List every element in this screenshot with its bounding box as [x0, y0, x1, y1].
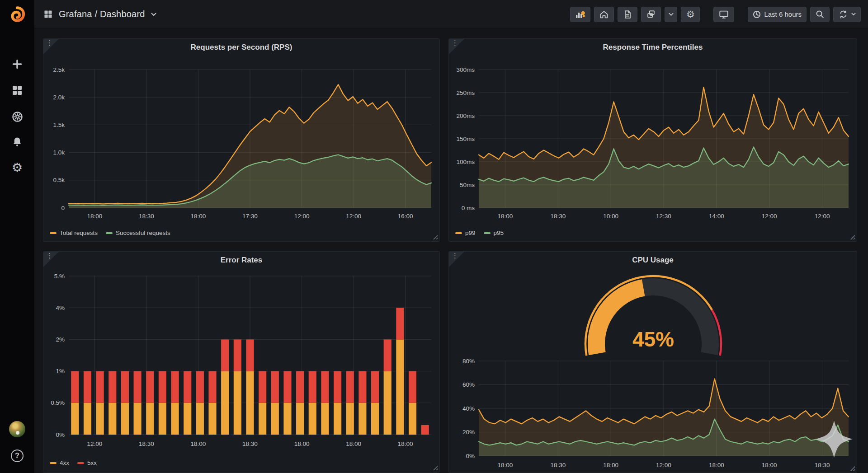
svg-text:0 ms: 0 ms [462, 205, 475, 211]
panel-resize-handle[interactable] [433, 234, 438, 239]
analytics-button[interactable] [570, 7, 590, 22]
svg-text:16:00: 16:00 [398, 213, 413, 220]
svg-text:18:00: 18:00 [603, 462, 618, 468]
help-icon: ? [11, 450, 24, 462]
panel-title[interactable]: Response Time Percentiles [449, 43, 857, 52]
panel-title[interactable]: Error Rates [43, 256, 439, 265]
svg-text:12:00: 12:00 [294, 213, 310, 220]
panel-menu-icon[interactable]: ⋮ [452, 39, 458, 47]
home-button[interactable] [594, 7, 614, 22]
svg-text:18:00: 18:00 [498, 213, 513, 220]
time-range-label: Last 6 hours [764, 10, 802, 18]
panel-options-caret-button[interactable] [665, 7, 677, 22]
gear-icon: ⚙ [12, 162, 23, 174]
svg-text:18:30: 18:30 [242, 440, 258, 447]
svg-text:17:30: 17:30 [242, 213, 258, 220]
svg-text:18:30: 18:30 [139, 213, 154, 220]
svg-text:1.5k: 1.5k [53, 122, 65, 128]
user-profile-button[interactable] [0, 420, 34, 438]
svg-text:18:00: 18:00 [87, 213, 102, 220]
legend: p99 p95 [455, 229, 504, 236]
refresh-button[interactable] [833, 7, 861, 22]
svg-text:18:30: 18:30 [815, 462, 830, 468]
svg-text:0%: 0% [56, 431, 65, 438]
legend-item[interactable]: 5xx [77, 459, 97, 466]
gauge-value: 45% [632, 328, 674, 351]
cpu-usage-chart[interactable]: 80%60%40%20%0%18:0018:3018:0012:0018:001… [453, 356, 853, 473]
breadcrumb-caret-icon[interactable] [151, 13, 156, 16]
panel-menu-icon[interactable]: ⋮ [46, 39, 53, 47]
sidebar-item-dashboards[interactable] [0, 81, 34, 99]
svg-text:12:00: 12:00 [346, 213, 361, 220]
dashboard-settings-button[interactable]: ⚙ [681, 7, 700, 22]
save-dashboard-button[interactable] [641, 7, 661, 22]
legend-item[interactable]: Total requests [50, 229, 98, 236]
svg-text:12:00: 12:00 [762, 213, 777, 220]
svg-text:0: 0 [61, 205, 65, 211]
svg-text:200ms: 200ms [456, 112, 475, 119]
svg-text:50ms: 50ms [460, 182, 475, 188]
dashboard-title[interactable]: Grafana / Dashboard [59, 9, 145, 19]
copy-panels-icon [646, 9, 656, 19]
sidebar-item-create[interactable] [0, 55, 34, 73]
svg-text:80%: 80% [462, 358, 475, 365]
export-button[interactable] [618, 7, 637, 22]
legend: Total requests Successful requests [50, 229, 170, 236]
document-icon [623, 9, 632, 19]
svg-text:18:00: 18:00 [762, 462, 777, 468]
legend-item[interactable]: p95 [484, 229, 504, 236]
svg-text:40%: 40% [462, 405, 475, 412]
user-avatar [9, 421, 25, 437]
header-bar: Grafana / Dashboard [34, 0, 868, 29]
svg-text:0%: 0% [466, 453, 475, 459]
panel-title[interactable]: CPU Usage [449, 256, 857, 265]
sidebar-item-explore[interactable] [0, 108, 34, 126]
sidebar-item-alerting[interactable] [0, 133, 34, 151]
svg-text:10:00: 10:00 [603, 213, 618, 220]
time-range-button[interactable]: Last 6 hours [748, 7, 807, 22]
svg-text:18:00: 18:00 [294, 440, 310, 447]
panel-resize-handle[interactable] [433, 465, 438, 470]
monitor-icon [718, 9, 729, 19]
cpu-gauge[interactable]: 45% [558, 273, 748, 364]
panel-response-time: ⋮ Response Time Percentiles 300ms250ms20… [448, 38, 857, 242]
panel-resize-handle[interactable] [850, 234, 855, 239]
home-icon [599, 9, 609, 19]
sidebar-item-help[interactable]: ? [0, 447, 34, 465]
search-icon [815, 9, 825, 19]
panel-title[interactable]: Requests per Second (RPS) [43, 43, 439, 52]
svg-text:4%: 4% [56, 304, 65, 311]
search-button[interactable] [810, 7, 830, 22]
refresh-icon [838, 9, 848, 19]
panel-cpu-usage: ⋮ CPU Usage 45% 80%60%40%20%0%18:0018:30… [448, 251, 857, 473]
svg-text:2%: 2% [56, 336, 65, 343]
grafana-logo[interactable] [0, 0, 34, 29]
cycle-view-button[interactable] [713, 7, 734, 22]
explore-compass-icon [11, 111, 24, 123]
sidebar: ⚙ ? [0, 0, 34, 473]
svg-text:1.0k: 1.0k [53, 149, 65, 156]
svg-text:20%: 20% [462, 429, 475, 436]
legend-item[interactable]: 4xx [50, 459, 69, 466]
svg-text:12:00: 12:00 [815, 213, 830, 220]
error-rates-chart[interactable]: 5.%4%2%1%0.5%0%12:0018:3018:0018:3018:00… [48, 270, 436, 456]
sidebar-item-configuration[interactable]: ⚙ [0, 159, 34, 177]
svg-text:12:00: 12:00 [87, 440, 102, 447]
dashboard-grid-icon [43, 9, 53, 19]
response-time-chart[interactable]: 300ms250ms200ms150ms100ms50ms0 ms18:0018… [453, 53, 853, 223]
panel-menu-icon[interactable]: ⋮ [46, 252, 53, 259]
svg-text:5.%: 5.% [54, 273, 65, 280]
svg-text:18:30: 18:30 [550, 462, 566, 468]
svg-text:18:00: 18:00 [398, 440, 413, 447]
panel-menu-icon[interactable]: ⋮ [452, 252, 458, 259]
svg-text:2.5k: 2.5k [53, 66, 65, 73]
legend: 4xx 5xx [50, 459, 97, 466]
svg-text:250ms: 250ms [456, 89, 475, 96]
rps-chart[interactable]: 2.5k2.0k1.5k1.0k0.5k018:0018:3018:0017:3… [48, 53, 436, 223]
svg-text:18:00: 18:00 [191, 213, 206, 220]
grafana-logo-icon [8, 5, 27, 24]
svg-text:12:00: 12:00 [656, 462, 671, 468]
legend-item[interactable]: p99 [455, 229, 476, 236]
legend-item[interactable]: Successful requests [106, 229, 170, 236]
svg-text:2.0k: 2.0k [53, 94, 65, 101]
